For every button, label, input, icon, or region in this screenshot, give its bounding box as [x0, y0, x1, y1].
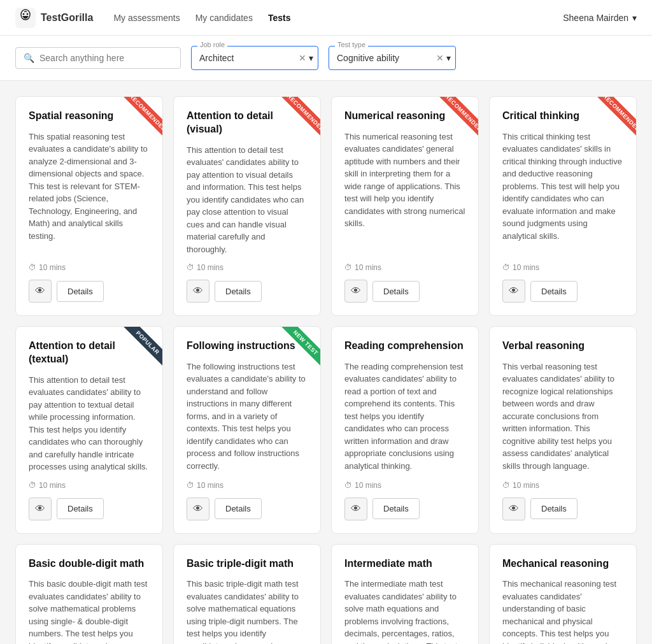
card-duration: 10 mins [197, 481, 223, 490]
job-role-filter[interactable]: Job role Architect ✕ ▾ [191, 46, 318, 70]
search-icon: 🔍 [24, 53, 34, 63]
details-button[interactable]: Details [57, 281, 104, 302]
badge-ribbon: POPULAR [111, 327, 162, 378]
clock-icon: ⏱ [344, 263, 352, 272]
badge-label: POPULAR [124, 327, 162, 367]
test-card: Mechanical reasoning This mechanical rea… [489, 544, 637, 644]
card-title: Reading comprehension [344, 340, 465, 353]
user-name: Sheena Mairden [563, 13, 628, 23]
preview-button[interactable]: 👁 [502, 280, 525, 303]
card-description: This attention to detail test evaluates … [29, 374, 150, 473]
card-description: This verbal reasoning test evaluates can… [502, 361, 623, 473]
clock-icon: ⏱ [187, 263, 194, 272]
card-duration: 10 mins [39, 481, 66, 490]
card-description: The intermediate math test evaluates can… [344, 578, 465, 644]
test-card: RECOMMENDED Numerical reasoning This num… [331, 96, 479, 316]
eye-icon: 👁 [509, 503, 519, 515]
badge-ribbon: RECOMMENDED [427, 97, 478, 148]
test-card: Intermediate math The intermediate math … [331, 544, 479, 644]
card-description: This critical thinking test evaluates ca… [502, 131, 623, 255]
nav-candidates[interactable]: My candidates [195, 13, 253, 23]
user-menu[interactable]: Sheena Mairden ▾ [563, 13, 637, 23]
card-title: Mechanical reasoning [502, 557, 623, 571]
clock-icon: ⏱ [344, 481, 352, 490]
nav-assessments[interactable]: My assessments [113, 13, 180, 23]
preview-button[interactable]: 👁 [187, 497, 209, 520]
test-card: NEW TEST Following instructions The foll… [173, 326, 321, 534]
card-description: This numerical reasoning test evaluates … [344, 131, 465, 255]
details-button[interactable]: Details [372, 498, 420, 519]
clear-job-role-icon[interactable]: ✕ [299, 53, 306, 63]
badge-label: RECOMMENDED [597, 97, 636, 137]
header: TestGorilla My assessments My candidates… [0, 0, 652, 36]
test-card: Reading comprehension The reading compre… [331, 326, 479, 534]
preview-button[interactable]: 👁 [344, 497, 367, 520]
badge-label: RECOMMENDED [281, 97, 320, 137]
details-button[interactable]: Details [530, 498, 578, 519]
clear-test-type-icon[interactable]: ✕ [436, 53, 444, 63]
eye-icon: 👁 [35, 503, 45, 515]
filter-bar: 🔍 Job role Architect ✕ ▾ Test type Cogni… [0, 36, 652, 81]
badge-ribbon: RECOMMENDED [585, 97, 636, 148]
card-actions: 👁 Details [502, 280, 623, 303]
card-duration: 10 mins [355, 263, 381, 272]
card-description: This basic double-digit math test evalua… [29, 578, 150, 644]
svg-point-2 [23, 13, 25, 15]
logo-icon [15, 8, 36, 28]
badge-ribbon: NEW TEST [269, 327, 320, 378]
test-card: POPULAR Attention to detail (textual) Th… [15, 326, 163, 534]
card-time: ⏱ 10 mins [344, 481, 465, 490]
test-type-filter[interactable]: Test type Cognitive ability ✕ ▾ [329, 46, 456, 70]
search-box[interactable]: 🔍 [15, 47, 181, 69]
logo[interactable]: TestGorilla [15, 8, 93, 28]
card-duration: 10 mins [39, 263, 66, 272]
card-time: ⏱ 10 mins [502, 263, 623, 272]
card-time: ⏱ 10 mins [344, 263, 465, 272]
card-duration: 10 mins [355, 481, 381, 490]
card-title: Basic triple-digit math [187, 557, 308, 571]
card-description: This attention to detail test evaluates'… [187, 144, 308, 256]
eye-icon: 👁 [193, 285, 203, 297]
badge-ribbon: RECOMMENDED [269, 97, 320, 148]
details-button[interactable]: Details [530, 281, 578, 302]
eye-icon: 👁 [509, 285, 519, 297]
details-button[interactable]: Details [57, 498, 104, 519]
card-time: ⏱ 10 mins [187, 481, 308, 490]
card-description: This spatial reasoning test evaluates a … [29, 131, 150, 255]
preview-button[interactable]: 👁 [187, 280, 209, 303]
card-duration: 10 mins [513, 263, 539, 272]
card-duration: 10 mins [513, 481, 539, 490]
nav-tests[interactable]: Tests [268, 13, 291, 23]
card-title: Verbal reasoning [502, 340, 623, 353]
test-card: Basic triple-digit math This basic tripl… [173, 544, 321, 644]
card-title: Basic double-digit math [29, 557, 150, 571]
details-button[interactable]: Details [215, 281, 262, 302]
badge-ribbon: RECOMMENDED [111, 97, 162, 148]
card-actions: 👁 Details [187, 280, 308, 303]
preview-button[interactable]: 👁 [29, 497, 52, 520]
cards-grid: RECOMMENDED Spatial reasoning This spati… [15, 96, 637, 644]
eye-icon: 👁 [351, 285, 361, 297]
preview-button[interactable]: 👁 [344, 280, 367, 303]
card-time: ⏱ 10 mins [29, 263, 150, 272]
card-time: ⏱ 10 mins [29, 481, 150, 490]
clock-icon: ⏱ [502, 263, 510, 272]
details-button[interactable]: Details [215, 498, 262, 519]
test-type-label: Test type [335, 41, 368, 48]
card-description: The reading comprehension test evaluates… [344, 361, 465, 473]
preview-button[interactable]: 👁 [29, 280, 52, 303]
card-description: This mechanical reasoning test evaluates… [502, 578, 623, 644]
eye-icon: 👁 [35, 285, 45, 297]
card-actions: 👁 Details [29, 497, 150, 520]
clock-icon: ⏱ [187, 481, 194, 490]
preview-button[interactable]: 👁 [502, 497, 525, 520]
card-title: Intermediate math [344, 557, 465, 571]
details-button[interactable]: Details [372, 281, 420, 302]
eye-icon: 👁 [193, 503, 203, 515]
search-input[interactable] [39, 53, 173, 63]
job-role-label: Job role [197, 41, 227, 48]
test-card: RECOMMENDED Critical thinking This criti… [489, 96, 637, 316]
card-time: ⏱ 10 mins [502, 481, 623, 490]
card-actions: 👁 Details [344, 497, 465, 520]
card-actions: 👁 Details [29, 280, 150, 303]
